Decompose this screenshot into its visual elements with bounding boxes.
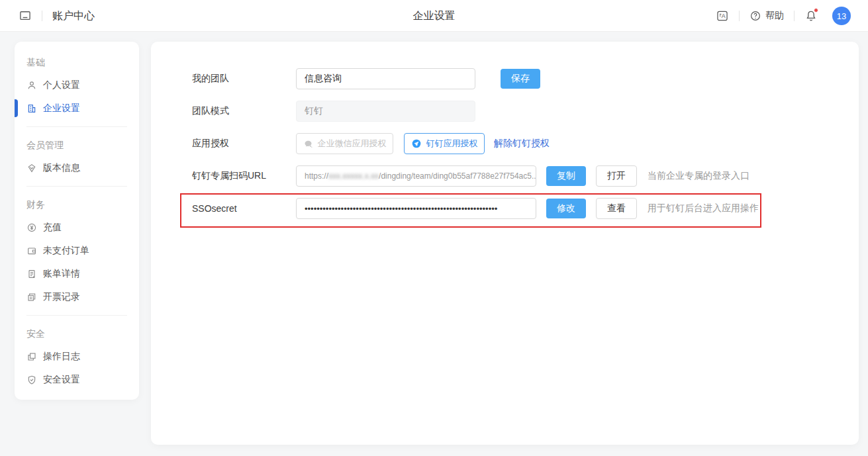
sidebar-divider xyxy=(26,315,127,316)
building-icon xyxy=(26,103,37,114)
url-prefix: https:// xyxy=(305,171,328,181)
gem-icon xyxy=(26,163,37,173)
qr-url-label: 钉钉专属扫码URL xyxy=(192,170,296,182)
qr-url-input[interactable]: https://xxx.xxxxx.x.xx/dingding/team/din… xyxy=(296,165,536,187)
avatar[interactable]: 13 xyxy=(832,7,851,25)
dingtalk-icon xyxy=(411,138,422,149)
modify-secret-button[interactable]: 修改 xyxy=(546,199,586,218)
sso-secret-label: SSOsecret xyxy=(192,203,296,214)
sidebar-item-operation-log[interactable]: 操作日志 xyxy=(26,345,127,368)
help-button[interactable]: 帮助 xyxy=(749,10,784,22)
bill-document-icon xyxy=(26,269,37,279)
team-mode-value: 钉钉 xyxy=(296,101,475,122)
active-indicator xyxy=(15,99,18,117)
sidebar-item-label: 企业设置 xyxy=(43,103,80,114)
sidebar: 基础 个人设置 企业设置 会员管理 xyxy=(15,42,139,400)
sidebar-item-personal-settings[interactable]: 个人设置 xyxy=(26,73,127,97)
topbar-right: A 帮助 13 xyxy=(716,0,851,32)
invoice-icon xyxy=(26,292,37,302)
sidebar-item-unpaid-orders[interactable]: 未支付订单 xyxy=(26,239,127,262)
wallet-icon xyxy=(26,246,37,256)
wechat-work-icon xyxy=(303,139,313,149)
page-title: 企业设置 xyxy=(413,0,456,32)
topbar-divider xyxy=(794,11,795,21)
sidebar-item-security-settings[interactable]: 安全设置 xyxy=(26,368,127,391)
sidebar-item-label: 版本信息 xyxy=(43,162,80,174)
url-path: /dingding/team/ding0b55af7788e27f754ac5.… xyxy=(379,171,536,181)
svg-text:A: A xyxy=(722,13,726,19)
person-icon xyxy=(26,80,37,91)
topbar-divider xyxy=(42,11,42,21)
qr-url-row: 钉钉专属扫码URL https://xxx.xxxxx.x.xx/dingdin… xyxy=(192,165,859,187)
dingtalk-auth-label: 钉钉应用授权 xyxy=(426,138,478,150)
sidebar-item-label: 操作日志 xyxy=(43,351,80,363)
app-title: 账户中心 xyxy=(52,9,95,23)
sidebar-item-bill-details[interactable]: 账单详情 xyxy=(26,262,127,285)
sidebar-section-finance: 财务 xyxy=(26,193,127,216)
sidebar-item-label: 开票记录 xyxy=(43,291,80,303)
topbar-divider xyxy=(739,11,740,21)
sidebar-divider xyxy=(26,186,127,187)
sidebar-item-label: 未支付订单 xyxy=(43,245,89,257)
enterprise-settings-panel: 我的团队 保存 团队模式 钉钉 应用授权 企业微信应用授权 xyxy=(151,42,859,445)
wechat-work-auth-button[interactable]: 企业微信应用授权 xyxy=(296,133,393,154)
notification-bell-icon[interactable] xyxy=(804,9,818,23)
sidebar-section-basic: 基础 xyxy=(26,51,127,73)
team-mode-row: 团队模式 钉钉 xyxy=(192,101,859,122)
app-auth-label: 应用授权 xyxy=(192,138,296,150)
sidebar-section-security: 安全 xyxy=(26,322,127,345)
copy-url-button[interactable]: 复制 xyxy=(546,166,586,186)
shield-check-icon xyxy=(26,375,37,385)
url-masked-domain: xxx.xxxxx.x.xx xyxy=(328,171,379,181)
question-circle-icon xyxy=(749,10,761,22)
sso-secret-input[interactable] xyxy=(296,198,536,219)
sidebar-item-version-info[interactable]: 版本信息 xyxy=(26,156,127,179)
sidebar-item-invoice-records[interactable]: 开票记录 xyxy=(26,285,127,308)
yuan-circle-icon xyxy=(26,222,37,233)
sso-secret-help-text: 用于钉钉后台进入应用操作 xyxy=(648,203,759,214)
log-copy-icon xyxy=(26,351,37,362)
topbar-left: 账户中心 xyxy=(19,0,95,32)
sidebar-item-label: 个人设置 xyxy=(43,79,80,91)
dingtalk-auth-button[interactable]: 钉钉应用授权 xyxy=(404,133,485,154)
my-team-row: 我的团队 保存 xyxy=(192,68,859,89)
notification-dot xyxy=(814,8,818,13)
sidebar-item-label: 安全设置 xyxy=(43,374,80,386)
monitor-icon[interactable] xyxy=(19,9,32,23)
view-secret-button[interactable]: 查看 xyxy=(596,198,637,219)
sidebar-item-label: 账单详情 xyxy=(43,268,80,280)
team-mode-label: 团队模式 xyxy=(192,105,296,117)
topbar: 账户中心 企业设置 A 帮助 xyxy=(0,0,868,32)
sidebar-item-enterprise-settings[interactable]: 企业设置 xyxy=(26,97,127,120)
my-team-label: 我的团队 xyxy=(192,73,296,85)
open-url-button[interactable]: 打开 xyxy=(596,165,637,187)
sidebar-item-recharge[interactable]: 充值 xyxy=(26,216,127,239)
help-label: 帮助 xyxy=(765,10,784,22)
app-auth-row: 应用授权 企业微信应用授权 钉钉应用授权 解除钉钉授权 xyxy=(192,133,859,154)
sidebar-section-membership: 会员管理 xyxy=(26,134,127,156)
translate-icon[interactable]: A xyxy=(716,9,729,23)
wechat-work-auth-label: 企业微信应用授权 xyxy=(318,138,387,150)
sidebar-item-label: 充值 xyxy=(43,222,62,234)
sso-secret-row: SSOsecret 修改 查看 用于钉钉后台进入应用操作 xyxy=(192,198,859,219)
unbind-dingtalk-link[interactable]: 解除钉钉授权 xyxy=(494,138,550,150)
save-button[interactable]: 保存 xyxy=(501,69,540,89)
my-team-input[interactable] xyxy=(296,68,475,89)
sidebar-divider xyxy=(26,126,127,127)
qr-url-help-text: 当前企业专属的登录入口 xyxy=(648,170,749,182)
